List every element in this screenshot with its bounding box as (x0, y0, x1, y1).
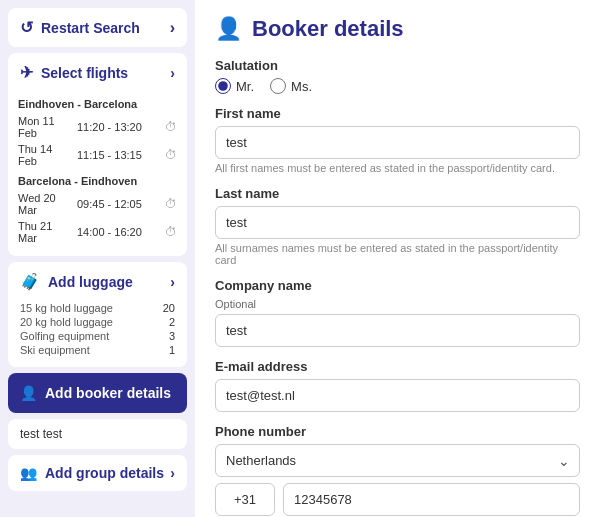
ms-radio[interactable] (270, 78, 286, 94)
clock-icon: ⏱ (165, 225, 177, 239)
restart-search-label: Restart Search (41, 20, 140, 36)
luggage-name: Ski equipment (20, 344, 90, 356)
flight-day-date: Mon 11 Feb (18, 115, 73, 139)
route1-label: Eindhoven - Barcelona (18, 98, 177, 110)
mr-radio-label[interactable]: Mr. (215, 78, 254, 94)
flight-day-date: Wed 20 Mar (18, 192, 73, 216)
sidebar: ↺ Restart Search › ✈ Select flights › Ei… (0, 0, 195, 517)
ms-label-text: Ms. (291, 79, 312, 94)
list-item: Ski equipment 1 (20, 343, 175, 357)
flight-day-date: Thu 21 Mar (18, 220, 73, 244)
flight-day-date: Thu 14 Feb (18, 143, 73, 167)
restart-icon: ↺ (20, 18, 33, 37)
flight-time: 11:20 - 13:20 (77, 121, 161, 133)
flights-arrow-icon: › (170, 65, 175, 81)
luggage-name: 15 kg hold luggage (20, 302, 113, 314)
luggage-items: 15 kg hold luggage 20 20 kg hold luggage… (8, 301, 187, 367)
clock-icon: ⏱ (165, 148, 177, 162)
booker-name-text: test test (20, 427, 62, 441)
add-group-details-button[interactable]: 👥 Add group details › (8, 455, 187, 491)
group-arrow-icon: › (170, 465, 175, 481)
add-luggage-label: Add luggage (48, 274, 133, 290)
list-item: 15 kg hold luggage 20 (20, 301, 175, 315)
last-name-group: Last name All surnames names must be ent… (215, 186, 580, 266)
luggage-icon: 🧳 (20, 272, 40, 291)
salutation-group: Salutation Mr. Ms. (215, 58, 580, 94)
add-group-label: Add group details (45, 465, 164, 481)
page-title-text: Booker details (252, 16, 404, 42)
select-flights-label: Select flights (41, 65, 128, 81)
last-name-hint: All surnames names must be entered as st… (215, 242, 580, 266)
add-booker-label: Add booker details (45, 385, 171, 401)
email-label: E-mail address (215, 359, 580, 374)
list-item: Golfing equipment 3 (20, 329, 175, 343)
restart-arrow-icon: › (170, 19, 175, 37)
email-group: E-mail address (215, 359, 580, 412)
main-content: 👤 Booker details Salutation Mr. Ms. Firs… (195, 0, 600, 517)
add-luggage-section: 🧳 Add luggage › 15 kg hold luggage 20 20… (8, 262, 187, 367)
flights-icon: ✈ (20, 63, 33, 82)
phone-group: Phone number Netherlands Belgium Germany… (215, 424, 580, 516)
phone-label: Phone number (215, 424, 580, 439)
ms-radio-label[interactable]: Ms. (270, 78, 312, 94)
add-luggage-header[interactable]: 🧳 Add luggage › (8, 262, 187, 301)
table-row: Mon 11 Feb 11:20 - 13:20 ⏱ (18, 113, 177, 141)
table-row: Thu 21 Mar 14:00 - 16:20 ⏱ (18, 218, 177, 246)
phone-country-select[interactable]: Netherlands Belgium Germany France (215, 444, 580, 477)
last-name-label: Last name (215, 186, 580, 201)
select-flights-header[interactable]: ✈ Select flights › (8, 53, 187, 92)
restart-search-button[interactable]: ↺ Restart Search › (8, 8, 187, 47)
company-name-label: Company name (215, 278, 580, 293)
page-title: 👤 Booker details (215, 16, 580, 42)
first-name-input[interactable] (215, 126, 580, 159)
luggage-count: 1 (169, 344, 175, 356)
flight-time: 09:45 - 12:05 (77, 198, 161, 210)
route2-label: Barcelona - Eindhoven (18, 175, 177, 187)
mr-radio[interactable] (215, 78, 231, 94)
phone-code-input[interactable] (215, 483, 275, 516)
phone-number-row (215, 483, 580, 516)
booker-details-icon: 👤 (215, 16, 242, 42)
luggage-arrow-icon: › (170, 274, 175, 290)
group-icon: 👥 (20, 465, 37, 481)
salutation-label: Salutation (215, 58, 580, 73)
booker-icon: 👤 (20, 385, 37, 401)
flight-routes: Eindhoven - Barcelona Mon 11 Feb 11:20 -… (8, 98, 187, 256)
phone-number-input[interactable] (283, 483, 580, 516)
first-name-group: First name All first names must be enter… (215, 106, 580, 174)
first-name-hint: All first names must be entered as state… (215, 162, 580, 174)
salutation-radio-group: Mr. Ms. (215, 78, 580, 94)
luggage-count: 3 (169, 330, 175, 342)
company-name-group: Company name Optional (215, 278, 580, 347)
list-item: 20 kg hold luggage 2 (20, 315, 175, 329)
clock-icon: ⏱ (165, 197, 177, 211)
table-row: Wed 20 Mar 09:45 - 12:05 ⏱ (18, 190, 177, 218)
clock-icon: ⏱ (165, 120, 177, 134)
luggage-name: Golfing equipment (20, 330, 109, 342)
flight-time: 11:15 - 13:15 (77, 149, 161, 161)
company-sublabel: Optional (215, 298, 580, 310)
mr-label-text: Mr. (236, 79, 254, 94)
flight-time: 14:00 - 16:20 (77, 226, 161, 238)
select-flights-section: ✈ Select flights › Eindhoven - Barcelona… (8, 53, 187, 256)
email-input[interactable] (215, 379, 580, 412)
luggage-count: 2 (169, 316, 175, 328)
company-name-input[interactable] (215, 314, 580, 347)
luggage-name: 20 kg hold luggage (20, 316, 113, 328)
table-row: Thu 14 Feb 11:15 - 13:15 ⏱ (18, 141, 177, 169)
add-booker-details-button[interactable]: 👤 Add booker details (8, 373, 187, 413)
booker-name-display: test test (8, 419, 187, 449)
luggage-count: 20 (163, 302, 175, 314)
last-name-input[interactable] (215, 206, 580, 239)
first-name-label: First name (215, 106, 580, 121)
phone-country-wrapper: Netherlands Belgium Germany France (215, 444, 580, 477)
